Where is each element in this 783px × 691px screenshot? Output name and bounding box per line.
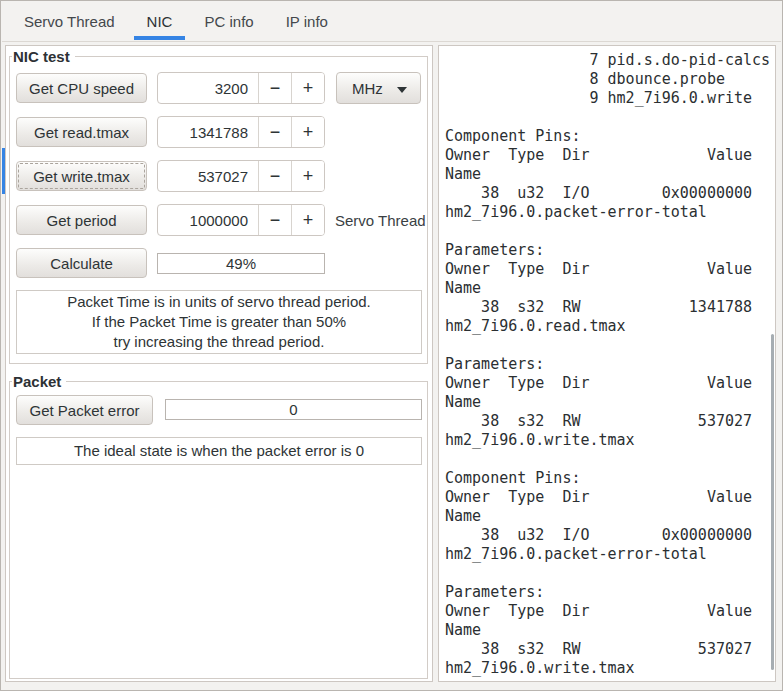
packet-time-note-line3: try increasing the thread period.: [17, 332, 421, 352]
period-spinbox: 1000000 − +: [157, 204, 325, 236]
cpu-speed-increment-button[interactable]: +: [291, 73, 324, 103]
get-read-tmax-button[interactable]: Get read.tmax: [16, 117, 147, 147]
packet-group-title: Packet: [12, 372, 66, 391]
servo-thread-label: Servo Thread: [335, 204, 426, 236]
hal-output-text[interactable]: 7 pid.s.do-pid-calcs 8 dbounce.probe 9 h…: [439, 46, 775, 678]
read-tmax-decrement-button[interactable]: −: [258, 117, 291, 147]
tab-ip-info[interactable]: IP info: [273, 2, 341, 41]
read-tmax-increment-button[interactable]: +: [291, 117, 324, 147]
cpu-speed-value[interactable]: 3200: [158, 73, 258, 103]
get-period-button[interactable]: Get period: [16, 205, 147, 235]
output-scrollbar-thumb[interactable]: [771, 334, 774, 670]
cpu-speed-unit-value: MHz: [352, 80, 383, 97]
tab-bar: Servo Thread NIC PC info IP info: [2, 2, 781, 42]
get-write-tmax-button[interactable]: Get write.tmax: [16, 161, 147, 191]
nic-test-group-title: NIC test: [12, 47, 75, 66]
cpu-speed-decrement-button[interactable]: −: [258, 73, 291, 103]
left-scrollbar-thumb[interactable]: [2, 148, 5, 194]
packet-error-note: The ideal state is when the packet error…: [16, 437, 422, 465]
hal-output-panel[interactable]: 7 pid.s.do-pid-calcs 8 dbounce.probe 9 h…: [438, 45, 776, 682]
tab-pc-info[interactable]: PC info: [191, 2, 266, 41]
get-cpu-speed-button[interactable]: Get CPU speed: [16, 73, 147, 103]
cpu-speed-unit-dropdown[interactable]: MHz: [336, 72, 421, 104]
cpu-speed-spinbox: 3200 − +: [157, 72, 325, 104]
period-increment-button[interactable]: +: [291, 205, 324, 235]
period-decrement-button[interactable]: −: [258, 205, 291, 235]
packet-time-note-line1: Packet Time is in units of servo thread …: [17, 292, 421, 312]
packet-time-note-line2: If the Packet Time is greater than 50%: [17, 312, 421, 332]
packet-time-note: Packet Time is in units of servo thread …: [16, 290, 422, 354]
read-tmax-spinbox: 1341788 − +: [157, 116, 325, 148]
get-packet-error-button[interactable]: Get Packet error: [16, 395, 153, 425]
packet-time-progressbar: 49%: [157, 253, 325, 274]
period-value[interactable]: 1000000: [158, 205, 258, 235]
write-tmax-value[interactable]: 537027: [158, 161, 258, 191]
write-tmax-increment-button[interactable]: +: [291, 161, 324, 191]
calculate-button[interactable]: Calculate: [16, 248, 147, 278]
chevron-down-icon: [397, 87, 407, 93]
tab-servo-thread[interactable]: Servo Thread: [11, 2, 128, 41]
nic-test-group: NIC test Get CPU speed 3200 − + MHz Get …: [9, 56, 428, 364]
packet-group: Packet Get Packet error 0 The ideal stat…: [9, 381, 428, 679]
write-tmax-decrement-button[interactable]: −: [258, 161, 291, 191]
tab-nic[interactable]: NIC: [134, 2, 186, 41]
app-window: Servo Thread NIC PC info IP info NIC tes…: [0, 0, 783, 691]
write-tmax-spinbox: 537027 − +: [157, 160, 325, 192]
packet-error-note-line: The ideal state is when the packet error…: [17, 441, 421, 461]
nic-tab-panel: NIC test Get CPU speed 3200 − + MHz Get …: [5, 45, 433, 682]
packet-error-field[interactable]: 0: [165, 399, 422, 420]
read-tmax-value[interactable]: 1341788: [158, 117, 258, 147]
